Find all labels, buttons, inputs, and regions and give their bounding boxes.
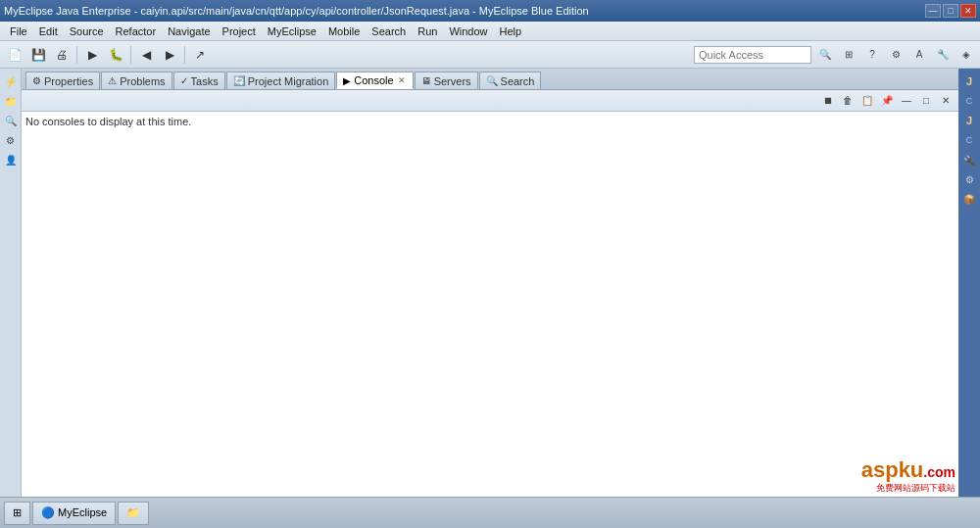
left-icon-3[interactable]: 🔍 (2, 112, 20, 129)
tab-servers[interactable]: 🖥 Servers (415, 72, 478, 89)
properties-icon: ⚙ (32, 75, 41, 86)
tab-console-label: Console (354, 74, 393, 86)
tab-bar: ⚙ Properties ⚠ Problems ✓ Tasks 🔄 Projec… (22, 69, 958, 90)
right-icon-gear[interactable]: ⚙ (960, 170, 978, 188)
quick-access-input[interactable] (694, 46, 811, 64)
tab-properties[interactable]: ⚙ Properties (25, 72, 100, 89)
minimize-button[interactable]: — (925, 4, 941, 18)
console-copy-btn[interactable]: 📋 (858, 92, 876, 110)
menu-help[interactable]: Help (494, 24, 528, 39)
maximize-button[interactable]: □ (943, 4, 958, 18)
close-button[interactable]: ✕ (960, 4, 976, 18)
watermark-asp: asp (861, 457, 899, 482)
toolbar-extra[interactable]: ↗ (189, 44, 211, 66)
tab-problems-label: Problems (120, 75, 165, 87)
center-panel: ⚙ Properties ⚠ Problems ✓ Tasks 🔄 Projec… (22, 69, 958, 506)
problems-icon: ⚠ (108, 75, 117, 86)
menu-mobile[interactable]: Mobile (322, 24, 366, 39)
menu-edit[interactable]: Edit (33, 24, 64, 39)
settings-icon[interactable]: ⚙ (886, 45, 906, 65)
console-icon: ▶ (343, 75, 351, 86)
left-icon-2[interactable]: 📁 (2, 92, 20, 110)
right-icon-plugin[interactable]: 🔌 (960, 151, 978, 168)
watermark-domain: .com (923, 464, 956, 480)
toolbar-sep-1 (76, 46, 77, 64)
left-panel-strip: ⚡ 📁 🔍 ⚙ 👤 (0, 69, 22, 506)
console-pin-btn[interactable]: 📌 (878, 92, 896, 110)
console-minimize-btn[interactable]: — (898, 92, 915, 110)
servers-icon: 🖥 (421, 75, 431, 86)
back-button[interactable]: ◀ (135, 44, 157, 66)
left-icon-1[interactable]: ⚡ (2, 72, 20, 90)
toolbar-sep-3 (184, 46, 185, 64)
tab-properties-label: Properties (44, 75, 93, 87)
quick-access-search-icon[interactable]: 🔍 (815, 45, 835, 65)
console-close-toolbar-btn[interactable]: ✕ (937, 92, 955, 110)
help-icon[interactable]: ? (862, 45, 882, 65)
toolbar-btn-c[interactable]: ◈ (956, 45, 976, 65)
tab-tasks[interactable]: ✓ Tasks (173, 72, 225, 89)
taskbar-eclipse[interactable]: 🔵 MyEclipse (32, 502, 116, 525)
debug-button[interactable]: 🐛 (105, 44, 126, 66)
tab-tasks-label: Tasks (191, 75, 219, 87)
watermark-text: aspku.com (861, 459, 956, 481)
taskbar-start[interactable]: ⊞ (4, 502, 30, 525)
menu-run[interactable]: Run (412, 24, 443, 39)
tab-search-label: Search (501, 75, 535, 87)
run-button[interactable]: ▶ (81, 44, 103, 66)
tab-console[interactable]: ▶ Console ✕ (336, 72, 413, 89)
menu-project[interactable]: Project (217, 24, 262, 39)
menu-file[interactable]: File (4, 24, 33, 39)
window-title: MyEclipse Java Enterprise - caiyin.api/s… (4, 5, 589, 17)
perspective-icon[interactable]: ⊞ (839, 45, 858, 65)
console-close-button[interactable]: ✕ (397, 75, 407, 85)
menu-bar: File Edit Source Refactor Navigate Proje… (0, 22, 980, 41)
watermark: aspku.com 免费网站源码下载站 (861, 459, 956, 495)
tasks-icon: ✓ (180, 75, 188, 86)
watermark-sub: 免费网站源码下载站 (876, 482, 956, 495)
toolbar: 📄 💾 🖨 ▶ 🐛 ◀ ▶ ↗ 🔍 ⊞ ? ⚙ A 🔧 ◈ (0, 41, 980, 69)
print-button[interactable]: 🖨 (51, 44, 73, 66)
console-toolbar: ⏹ 🗑 📋 📌 — □ ✕ (22, 90, 958, 112)
left-icon-4[interactable]: ⚙ (2, 131, 20, 149)
taskbar: ⊞ 🔵 MyEclipse 📁 (0, 497, 980, 528)
tab-migration-label: Project Migration (248, 75, 329, 87)
forward-button[interactable]: ▶ (159, 44, 180, 66)
taskbar-explorer[interactable]: 📁 (118, 502, 149, 525)
right-icon-c2[interactable]: C (960, 131, 978, 149)
menu-myeclipse[interactable]: MyEclipse (262, 24, 322, 39)
menu-navigate[interactable]: Navigate (162, 24, 216, 39)
console-content: No consoles to display at this time. (22, 112, 958, 506)
menu-source[interactable]: Source (64, 24, 110, 39)
right-panel-strip: J C J C 🔌 ⚙ 📦 (958, 69, 980, 506)
toolbar-sep-2 (130, 46, 131, 64)
tab-search[interactable]: 🔍 Search (479, 72, 542, 89)
search-tab-icon: 🔍 (486, 75, 498, 86)
migration-icon: 🔄 (233, 75, 245, 86)
console-empty-message: No consoles to display at this time. (25, 116, 191, 127)
console-stop-btn[interactable]: ⏹ (819, 92, 837, 110)
menu-search[interactable]: Search (366, 24, 412, 39)
tab-problems[interactable]: ⚠ Problems (101, 72, 172, 89)
watermark-ku: ku (899, 457, 924, 482)
main-area: ⚡ 📁 🔍 ⚙ 👤 ⚙ Properties ⚠ Problems ✓ Task… (0, 69, 980, 506)
right-icon-package[interactable]: 📦 (960, 190, 978, 208)
right-icon-j2[interactable]: J (960, 112, 978, 129)
right-icon-j1[interactable]: J (960, 72, 978, 90)
menu-window[interactable]: Window (443, 24, 493, 39)
console-maximize-btn[interactable]: □ (917, 92, 935, 110)
left-icon-5[interactable]: 👤 (2, 151, 20, 168)
quick-access-area: 🔍 ⊞ ? ⚙ A 🔧 ◈ (694, 45, 976, 65)
save-button[interactable]: 💾 (27, 44, 49, 66)
tab-servers-label: Servers (434, 75, 471, 87)
title-bar: MyEclipse Java Enterprise - caiyin.api/s… (0, 0, 980, 22)
tab-project-migration[interactable]: 🔄 Project Migration (226, 72, 336, 89)
toolbar-btn-a[interactable]: A (909, 45, 929, 65)
right-icon-c1[interactable]: C (960, 92, 978, 110)
window-controls: — □ ✕ (925, 4, 976, 18)
menu-refactor[interactable]: Refactor (110, 24, 163, 39)
new-button[interactable]: 📄 (4, 44, 25, 66)
toolbar-btn-b[interactable]: 🔧 (933, 45, 953, 65)
console-clear-btn[interactable]: 🗑 (839, 92, 857, 110)
